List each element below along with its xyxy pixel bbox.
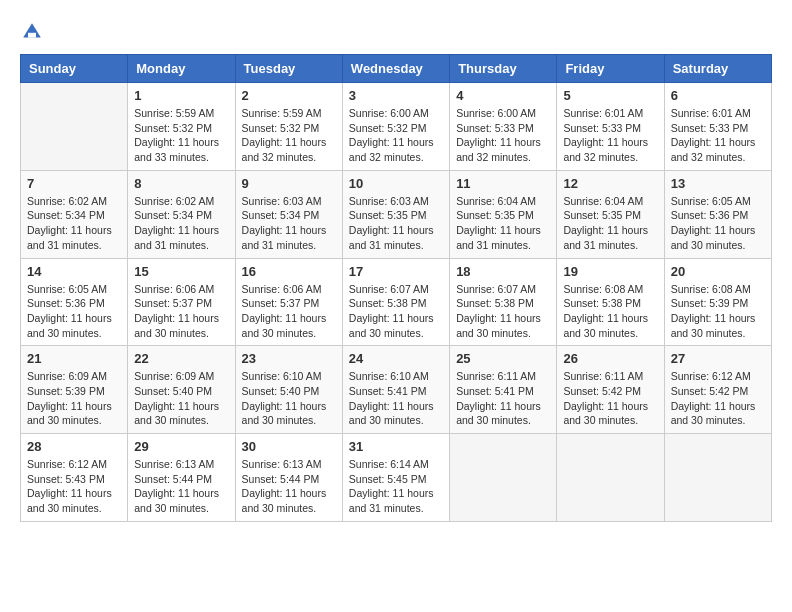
day-info: Sunrise: 6:12 AM Sunset: 5:43 PM Dayligh… [27, 457, 121, 516]
day-info: Sunrise: 6:13 AM Sunset: 5:44 PM Dayligh… [242, 457, 336, 516]
day-info: Sunrise: 6:06 AM Sunset: 5:37 PM Dayligh… [242, 282, 336, 341]
day-info: Sunrise: 5:59 AM Sunset: 5:32 PM Dayligh… [134, 106, 228, 165]
day-number: 12 [563, 176, 657, 191]
calendar-week-row: 21Sunrise: 6:09 AM Sunset: 5:39 PM Dayli… [21, 346, 772, 434]
header-tuesday: Tuesday [235, 55, 342, 83]
calendar-cell: 7Sunrise: 6:02 AM Sunset: 5:34 PM Daylig… [21, 170, 128, 258]
day-info: Sunrise: 6:03 AM Sunset: 5:34 PM Dayligh… [242, 194, 336, 253]
day-number: 21 [27, 351, 121, 366]
day-info: Sunrise: 5:59 AM Sunset: 5:32 PM Dayligh… [242, 106, 336, 165]
calendar-cell: 2Sunrise: 5:59 AM Sunset: 5:32 PM Daylig… [235, 83, 342, 171]
calendar-cell: 22Sunrise: 6:09 AM Sunset: 5:40 PM Dayli… [128, 346, 235, 434]
day-number: 20 [671, 264, 765, 279]
day-info: Sunrise: 6:11 AM Sunset: 5:42 PM Dayligh… [563, 369, 657, 428]
day-info: Sunrise: 6:03 AM Sunset: 5:35 PM Dayligh… [349, 194, 443, 253]
logo [20, 20, 48, 44]
calendar-cell [21, 83, 128, 171]
day-info: Sunrise: 6:10 AM Sunset: 5:40 PM Dayligh… [242, 369, 336, 428]
day-info: Sunrise: 6:11 AM Sunset: 5:41 PM Dayligh… [456, 369, 550, 428]
day-info: Sunrise: 6:01 AM Sunset: 5:33 PM Dayligh… [563, 106, 657, 165]
calendar-week-row: 7Sunrise: 6:02 AM Sunset: 5:34 PM Daylig… [21, 170, 772, 258]
calendar-cell: 23Sunrise: 6:10 AM Sunset: 5:40 PM Dayli… [235, 346, 342, 434]
day-number: 15 [134, 264, 228, 279]
day-number: 6 [671, 88, 765, 103]
day-number: 25 [456, 351, 550, 366]
svg-rect-1 [28, 33, 36, 38]
day-info: Sunrise: 6:05 AM Sunset: 5:36 PM Dayligh… [671, 194, 765, 253]
day-info: Sunrise: 6:04 AM Sunset: 5:35 PM Dayligh… [456, 194, 550, 253]
day-number: 22 [134, 351, 228, 366]
day-number: 2 [242, 88, 336, 103]
calendar-week-row: 28Sunrise: 6:12 AM Sunset: 5:43 PM Dayli… [21, 434, 772, 522]
calendar-cell: 29Sunrise: 6:13 AM Sunset: 5:44 PM Dayli… [128, 434, 235, 522]
day-info: Sunrise: 6:00 AM Sunset: 5:32 PM Dayligh… [349, 106, 443, 165]
calendar-cell [450, 434, 557, 522]
day-number: 30 [242, 439, 336, 454]
calendar-cell: 30Sunrise: 6:13 AM Sunset: 5:44 PM Dayli… [235, 434, 342, 522]
calendar-week-row: 1Sunrise: 5:59 AM Sunset: 5:32 PM Daylig… [21, 83, 772, 171]
day-number: 9 [242, 176, 336, 191]
day-info: Sunrise: 6:08 AM Sunset: 5:39 PM Dayligh… [671, 282, 765, 341]
calendar-cell [557, 434, 664, 522]
day-info: Sunrise: 6:02 AM Sunset: 5:34 PM Dayligh… [134, 194, 228, 253]
header-monday: Monday [128, 55, 235, 83]
day-info: Sunrise: 6:02 AM Sunset: 5:34 PM Dayligh… [27, 194, 121, 253]
calendar-cell: 4Sunrise: 6:00 AM Sunset: 5:33 PM Daylig… [450, 83, 557, 171]
calendar-cell: 26Sunrise: 6:11 AM Sunset: 5:42 PM Dayli… [557, 346, 664, 434]
day-number: 10 [349, 176, 443, 191]
calendar-cell: 13Sunrise: 6:05 AM Sunset: 5:36 PM Dayli… [664, 170, 771, 258]
day-info: Sunrise: 6:00 AM Sunset: 5:33 PM Dayligh… [456, 106, 550, 165]
calendar-cell: 31Sunrise: 6:14 AM Sunset: 5:45 PM Dayli… [342, 434, 449, 522]
calendar-cell: 16Sunrise: 6:06 AM Sunset: 5:37 PM Dayli… [235, 258, 342, 346]
day-number: 19 [563, 264, 657, 279]
calendar-table: SundayMondayTuesdayWednesdayThursdayFrid… [20, 54, 772, 522]
day-number: 11 [456, 176, 550, 191]
calendar-cell: 1Sunrise: 5:59 AM Sunset: 5:32 PM Daylig… [128, 83, 235, 171]
calendar-cell: 6Sunrise: 6:01 AM Sunset: 5:33 PM Daylig… [664, 83, 771, 171]
day-number: 17 [349, 264, 443, 279]
day-number: 16 [242, 264, 336, 279]
day-number: 4 [456, 88, 550, 103]
day-number: 14 [27, 264, 121, 279]
calendar-cell: 21Sunrise: 6:09 AM Sunset: 5:39 PM Dayli… [21, 346, 128, 434]
day-info: Sunrise: 6:08 AM Sunset: 5:38 PM Dayligh… [563, 282, 657, 341]
calendar-cell [664, 434, 771, 522]
header-sunday: Sunday [21, 55, 128, 83]
day-info: Sunrise: 6:13 AM Sunset: 5:44 PM Dayligh… [134, 457, 228, 516]
day-number: 18 [456, 264, 550, 279]
day-number: 3 [349, 88, 443, 103]
header-friday: Friday [557, 55, 664, 83]
calendar-cell: 9Sunrise: 6:03 AM Sunset: 5:34 PM Daylig… [235, 170, 342, 258]
day-number: 24 [349, 351, 443, 366]
day-number: 8 [134, 176, 228, 191]
day-info: Sunrise: 6:10 AM Sunset: 5:41 PM Dayligh… [349, 369, 443, 428]
day-info: Sunrise: 6:07 AM Sunset: 5:38 PM Dayligh… [456, 282, 550, 341]
day-info: Sunrise: 6:05 AM Sunset: 5:36 PM Dayligh… [27, 282, 121, 341]
calendar-cell: 5Sunrise: 6:01 AM Sunset: 5:33 PM Daylig… [557, 83, 664, 171]
calendar-cell: 27Sunrise: 6:12 AM Sunset: 5:42 PM Dayli… [664, 346, 771, 434]
calendar-cell: 24Sunrise: 6:10 AM Sunset: 5:41 PM Dayli… [342, 346, 449, 434]
calendar-header-row: SundayMondayTuesdayWednesdayThursdayFrid… [21, 55, 772, 83]
day-number: 31 [349, 439, 443, 454]
day-info: Sunrise: 6:09 AM Sunset: 5:40 PM Dayligh… [134, 369, 228, 428]
header-wednesday: Wednesday [342, 55, 449, 83]
day-number: 7 [27, 176, 121, 191]
header-saturday: Saturday [664, 55, 771, 83]
day-number: 29 [134, 439, 228, 454]
calendar-cell: 17Sunrise: 6:07 AM Sunset: 5:38 PM Dayli… [342, 258, 449, 346]
calendar-cell: 3Sunrise: 6:00 AM Sunset: 5:32 PM Daylig… [342, 83, 449, 171]
calendar-cell: 28Sunrise: 6:12 AM Sunset: 5:43 PM Dayli… [21, 434, 128, 522]
calendar-cell: 18Sunrise: 6:07 AM Sunset: 5:38 PM Dayli… [450, 258, 557, 346]
day-number: 13 [671, 176, 765, 191]
calendar-cell: 20Sunrise: 6:08 AM Sunset: 5:39 PM Dayli… [664, 258, 771, 346]
day-number: 28 [27, 439, 121, 454]
day-number: 1 [134, 88, 228, 103]
day-info: Sunrise: 6:07 AM Sunset: 5:38 PM Dayligh… [349, 282, 443, 341]
day-number: 26 [563, 351, 657, 366]
page-header [20, 20, 772, 44]
day-info: Sunrise: 6:01 AM Sunset: 5:33 PM Dayligh… [671, 106, 765, 165]
calendar-cell: 8Sunrise: 6:02 AM Sunset: 5:34 PM Daylig… [128, 170, 235, 258]
day-number: 23 [242, 351, 336, 366]
calendar-cell: 11Sunrise: 6:04 AM Sunset: 5:35 PM Dayli… [450, 170, 557, 258]
calendar-cell: 14Sunrise: 6:05 AM Sunset: 5:36 PM Dayli… [21, 258, 128, 346]
